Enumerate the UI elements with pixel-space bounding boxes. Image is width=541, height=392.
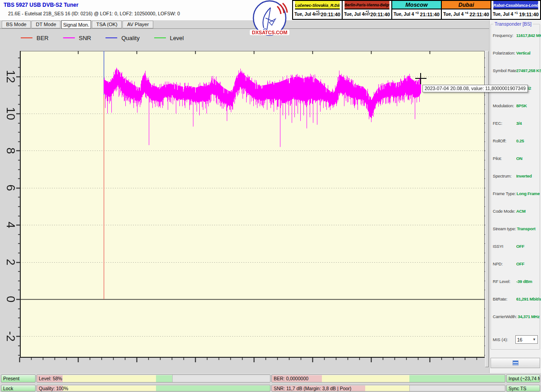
panel-label: Stream type: <box>493 226 516 231</box>
status-label-lock: Lock <box>3 385 13 391</box>
panel-row-rolloff: RollOff:0.25 <box>493 136 540 154</box>
clock-utc-offset: +1DST <box>364 10 370 16</box>
clock-time-value: 20:11:40 <box>371 12 390 17</box>
panel-label: Symbol Rate: <box>493 68 515 73</box>
panel-row-pilot: Pilot:ON <box>493 154 540 171</box>
panel-row-fec: FEC:3/4 <box>493 119 540 136</box>
tab-dt-mode[interactable]: DT Mode <box>32 21 60 28</box>
stream-list-button[interactable] <box>491 358 540 368</box>
status-label-snr: SNR: 11,7 dB (Margin: 3,8 dB | Poor) <box>274 385 351 391</box>
clock-lu-enec-slovakia-r-d-vid: Lučenec-Slovakia_R.DávidTue, Jul 4+1DST2… <box>292 0 343 20</box>
tab-tsa-ok[interactable]: TSA (OK) <box>92 21 122 28</box>
transponder-rows: Frequency:11617,842 MHzPolarization:Vert… <box>493 31 540 329</box>
scrollbar-thumb[interactable] <box>485 51 489 367</box>
status-unfilled-track <box>409 385 505 391</box>
status-ber: BER: 0,0000000 <box>271 374 505 383</box>
world-clocks: Lučenec-Slovakia_R.DávidTue, Jul 4+1DST2… <box>292 0 541 20</box>
status-unfilled-track <box>172 375 270 382</box>
clock-time-value: 21:11:40 <box>420 12 440 17</box>
status-input: Input (~23,74 Mbps) <box>506 374 540 383</box>
panel-value: ON <box>516 156 523 161</box>
tab-av-player[interactable]: AV Player <box>123 21 153 28</box>
panel-value: 11617,842 MHz <box>516 33 541 38</box>
chart-tooltip: 2023-07-04 20.08.08, value: 11,800000190… <box>422 85 528 92</box>
clock-city-label: Moscow <box>392 1 441 9</box>
panel-label: BitRate: <box>493 296 515 301</box>
status-snr: SNR: 11,7 dB (Margin: 3,8 dB | Poor) <box>271 385 505 392</box>
clock-utc-offset: +3 <box>415 12 418 14</box>
mis-row: MIS (4): 16 ▼ <box>493 335 538 344</box>
status-quality: Quality: 100% <box>37 385 270 392</box>
panel-value: Inverted <box>516 173 532 178</box>
panel-row-stream-type: Stream type:Transport <box>493 224 540 242</box>
status-lock: Lock <box>1 385 36 392</box>
status-label-quality: Quality: 100% <box>39 385 68 391</box>
panel-label: CarrierWidth: <box>493 314 517 319</box>
panel-label: Polarization: <box>493 50 515 55</box>
clock-city-label: Rabat-Casablanca-London <box>493 1 538 9</box>
status-present: Present <box>1 374 36 383</box>
clock-utc-offset: +4 <box>465 12 468 14</box>
chart-vertical-scrollbar <box>485 51 489 367</box>
panel-row-code-mode: Code Mode:ACM <box>493 206 540 224</box>
panel-row-rf-level: RF Level:-39 dBm <box>493 277 540 294</box>
clock-time: Tue, Jul 4+119:11:40 <box>491 9 540 19</box>
tab-bs-mode[interactable]: BS Mode <box>2 21 31 28</box>
clock-date: Tue, Jul 4 <box>294 12 315 17</box>
panel-value: 0.25 <box>516 138 524 143</box>
status-label-sync-ts: Sync TS <box>509 385 527 391</box>
panel-label: NPD: <box>493 261 515 266</box>
panel-value: 61,291 Mbit/s <box>516 296 541 301</box>
status-label-ber: BER: 0,0000000 <box>274 375 308 382</box>
panel-row-bitrate: BitRate:61,291 Mbit/s <box>493 294 540 312</box>
clock-time-value: 20:11:40 <box>321 12 340 17</box>
chevron-down-icon: ▼ <box>532 337 536 342</box>
panel-label: Frame Type: <box>493 191 516 196</box>
clock-city-label: Dubai <box>442 1 491 9</box>
panel-value: 27497,258 KS/s <box>516 68 541 73</box>
panel-row-modulation: Modulation:8PSK <box>493 101 540 119</box>
clock-rabat-casablanca-london: Rabat-Casablanca-LondonTue, Jul 4+119:11… <box>491 0 541 20</box>
clock-city-label: Berlin-Paris-Vienna-Belgrade <box>344 1 389 9</box>
app-subtitle: 21.6E - Eutelsat 21B_SES 16 (ID: 0216) @… <box>8 11 180 16</box>
status-label-present: Present <box>3 375 19 382</box>
panel-label: ISSYI <box>493 244 515 249</box>
panel-label: Pilot: <box>493 156 515 161</box>
panel-label: Modulation: <box>493 103 515 108</box>
panel-label: RollOff: <box>493 138 515 143</box>
clock-time-value: 19:11:40 <box>519 12 539 17</box>
clock-time: Tue, Jul 4+422:11:40 <box>442 9 491 19</box>
status-level: Level: 58% <box>37 374 270 383</box>
panel-value: 34,371 MHz <box>518 314 539 319</box>
logo-text: DXSATCS.COM <box>250 30 289 35</box>
transponder-groupbox: Transponder [BS] Frequency:11617,842 MHz… <box>491 24 540 350</box>
status-sync-ts: Sync TS <box>506 385 540 392</box>
status-label-level: Level: 58% <box>39 375 62 382</box>
groupbox-legend: Transponder [BS] <box>493 21 533 27</box>
panel-row-symbol-rate: Symbol Rate:27497,258 KS/s <box>493 66 540 83</box>
clock-dubai: DubaiTue, Jul 4+422:11:40 <box>441 0 491 20</box>
panel-value: 3/4 <box>516 121 522 126</box>
app-window: TBS 5927 USB DVB-S2 Tuner 21.6E - Eutels… <box>0 0 541 392</box>
status-label-input: Input (~23,74 Mbps) <box>509 375 540 382</box>
panel-row-carrierwidth: CarrierWidth:34,371 MHz <box>493 312 540 329</box>
panel-value: OFF <box>516 261 524 266</box>
signal-graph-canvas[interactable] <box>0 28 489 374</box>
clock-utc-offset: +1 <box>514 12 518 14</box>
clock-time: Tue, Jul 4+321:11:40 <box>392 9 441 19</box>
mis-label: MIS (4): <box>493 337 515 342</box>
transponder-panel: Transponder [BS] Frequency:11617,842 MHz… <box>489 20 541 373</box>
panel-row-polarization: Polarization:Vertical <box>493 48 540 66</box>
panel-value: Vertical <box>516 50 530 55</box>
dxsatcs-logo: DXSATCS.COM <box>248 0 291 40</box>
status-bar: PresentLevel: 58%BER: 0,0000000Input (~2… <box>0 373 541 392</box>
app-title: TBS 5927 USB DVB-S2 Tuner <box>4 2 78 8</box>
panel-label: Frequency: <box>493 33 515 38</box>
clock-date: Tue, Jul 4 <box>394 12 414 17</box>
mis-select[interactable]: 16 ▼ <box>515 335 538 344</box>
tab-signal-mon[interactable]: Signal Mon. <box>61 20 91 29</box>
clock-time: Tue, Jul 4+1DST20:11:40 <box>343 9 391 19</box>
panel-row-frequency: Frequency:11617,842 MHz <box>493 31 540 48</box>
clock-date: Tue, Jul 4 <box>493 12 513 17</box>
panel-value: ACM <box>516 209 526 214</box>
